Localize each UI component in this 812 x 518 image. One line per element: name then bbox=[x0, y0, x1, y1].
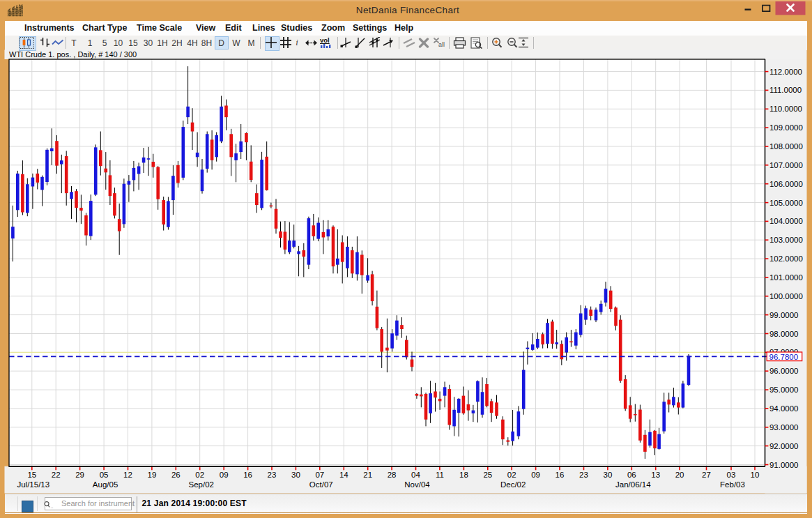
svg-text:101.0000: 101.0000 bbox=[769, 273, 803, 282]
svg-text:27: 27 bbox=[702, 471, 711, 479]
svg-text:91.0000: 91.0000 bbox=[769, 461, 799, 469]
svg-text:Aug/05: Aug/05 bbox=[93, 480, 118, 489]
svg-text:02: 02 bbox=[195, 471, 204, 479]
svg-text:99.0000: 99.0000 bbox=[769, 311, 799, 319]
svg-text:05: 05 bbox=[100, 471, 109, 479]
svg-text:28: 28 bbox=[388, 471, 397, 479]
svg-text:06: 06 bbox=[627, 471, 636, 479]
svg-text:95.0000: 95.0000 bbox=[769, 386, 799, 394]
svg-text:92.0000: 92.0000 bbox=[769, 442, 799, 450]
svg-text:110.0000: 110.0000 bbox=[769, 105, 802, 113]
svg-text:23: 23 bbox=[579, 471, 588, 479]
svg-text:108.0000: 108.0000 bbox=[769, 142, 803, 151]
svg-text:98.0000: 98.0000 bbox=[769, 330, 799, 338]
svg-text:04: 04 bbox=[411, 471, 420, 479]
svg-text:Feb/03: Feb/03 bbox=[720, 480, 745, 489]
svg-text:15: 15 bbox=[27, 471, 36, 479]
svg-text:vol: vol bbox=[320, 36, 330, 44]
svg-text:Jul/15/13: Jul/15/13 bbox=[17, 480, 49, 489]
svg-text:16: 16 bbox=[243, 471, 252, 479]
svg-text:Sep/02: Sep/02 bbox=[188, 480, 213, 489]
svg-text:20: 20 bbox=[675, 471, 684, 479]
svg-text:109.0000: 109.0000 bbox=[769, 123, 803, 132]
svg-text:102.0000: 102.0000 bbox=[769, 254, 803, 263]
svg-text:09: 09 bbox=[531, 471, 540, 479]
svg-text:94.0000: 94.0000 bbox=[769, 404, 799, 413]
svg-text:09: 09 bbox=[220, 471, 229, 479]
svg-text:13: 13 bbox=[651, 471, 660, 479]
svg-text:96.0000: 96.0000 bbox=[769, 367, 799, 375]
svg-text:14: 14 bbox=[339, 471, 348, 479]
svg-text:all: all bbox=[438, 41, 445, 48]
svg-text:..: .. bbox=[50, 503, 53, 508]
svg-text:106.0000: 106.0000 bbox=[769, 180, 803, 188]
svg-text:12: 12 bbox=[123, 471, 132, 479]
svg-text:10: 10 bbox=[751, 471, 760, 479]
svg-text:100.0000: 100.0000 bbox=[769, 292, 803, 300]
svg-text:96.7800: 96.7800 bbox=[769, 353, 799, 361]
svg-text:25: 25 bbox=[483, 471, 492, 479]
svg-text:104.0000: 104.0000 bbox=[769, 217, 803, 225]
svg-text:21: 21 bbox=[363, 471, 372, 479]
svg-text:Oct/07: Oct/07 bbox=[309, 480, 333, 489]
svg-text:22: 22 bbox=[52, 471, 61, 479]
svg-text:30: 30 bbox=[291, 471, 300, 479]
svg-text:Dec/02: Dec/02 bbox=[500, 480, 526, 489]
svg-text:Nov/04: Nov/04 bbox=[404, 480, 430, 489]
svg-text:105.0000: 105.0000 bbox=[769, 199, 803, 207]
svg-text:02: 02 bbox=[507, 471, 516, 479]
svg-text:16: 16 bbox=[556, 471, 565, 479]
svg-text:107.0000: 107.0000 bbox=[769, 161, 803, 169]
svg-text:03: 03 bbox=[727, 471, 736, 479]
svg-text:93.0000: 93.0000 bbox=[769, 423, 799, 432]
svg-text:30: 30 bbox=[604, 471, 613, 479]
svg-text:26: 26 bbox=[171, 471, 181, 479]
svg-text:29: 29 bbox=[75, 471, 84, 479]
svg-text:19: 19 bbox=[148, 471, 157, 479]
svg-text:07: 07 bbox=[315, 471, 324, 479]
svg-text:18: 18 bbox=[459, 471, 468, 479]
svg-text:103.0000: 103.0000 bbox=[769, 236, 803, 244]
svg-text:23: 23 bbox=[268, 471, 277, 479]
svg-text:112.0000: 112.0000 bbox=[769, 68, 802, 76]
svg-text:Jan/06/14: Jan/06/14 bbox=[615, 480, 651, 489]
svg-text:111.0000: 111.0000 bbox=[769, 86, 802, 94]
svg-text:11: 11 bbox=[436, 471, 444, 479]
